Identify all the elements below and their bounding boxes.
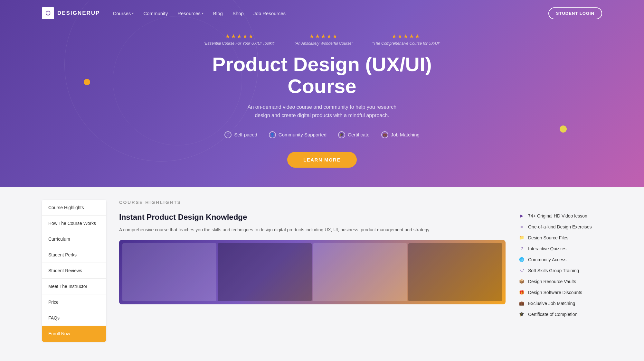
list-item: ≡ One-of-a-kind Design Exercises <box>518 224 602 230</box>
list-item: 💼 Exclusive Job Matching <box>518 300 602 307</box>
training-icon: 🛡 <box>518 267 525 274</box>
pill-certificate: 🎓 Certificate <box>338 131 370 138</box>
sidebar-item-instructor[interactable]: Meet The Instructor <box>42 279 106 294</box>
video-icon: ▶ <box>518 213 525 219</box>
sidebar-item-faqs[interactable]: FAQs <box>42 310 106 326</box>
review-2: ★★★★★ "An Absolutely Wonderful Course" <box>294 33 353 46</box>
stars-2: ★★★★★ <box>309 33 338 40</box>
sidebar-item-price[interactable]: Price <box>42 294 106 310</box>
learn-more-button[interactable]: LEARN MORE <box>287 152 357 168</box>
reviews-row: ★★★★★ "Essential Course For Your UX/UI T… <box>204 33 440 46</box>
nav-blog[interactable]: Blog <box>213 11 223 16</box>
feature-pills: ⏱ Self-paced 👤 Community Supported 🎓 Cer… <box>224 131 420 138</box>
review-3: ★★★★★ "The Comprehensive Course for UX/U… <box>372 33 440 46</box>
stars-3: ★★★★★ <box>392 33 421 40</box>
quiz-icon: ? <box>518 245 525 252</box>
list-item: 🎁 Design Software Discounts <box>518 289 602 296</box>
sidebar-item-perks[interactable]: Student Perks <box>42 247 106 263</box>
nav-links: Courses ▾ Community Resources ▾ Blog Sho… <box>113 11 548 16</box>
nav-resources[interactable]: Resources ▾ <box>177 11 204 16</box>
discounts-icon: 🎁 <box>518 289 525 296</box>
list-item: 📁 Design Source Files <box>518 235 602 241</box>
list-item: ? Interactive Quizzes <box>518 245 602 252</box>
list-item: 🛡 Soft Skills Group Training <box>518 267 602 274</box>
hero-section: ⬡ DESIGNERUP Courses ▾ Community Resourc… <box>0 0 644 187</box>
course-image <box>119 240 506 304</box>
img-col-4 <box>408 243 502 301</box>
pill-job-matching: 💼 Job Matching <box>381 131 420 138</box>
job-icon: 💼 <box>381 131 388 138</box>
hero-title: Product Design (UX/UI) Course <box>193 53 451 97</box>
community-icon: 👤 <box>269 131 276 138</box>
content-grid: Instant Product Design Knowledge A compr… <box>119 213 602 318</box>
list-item: ▶ 74+ Original HD Video lesson <box>518 213 602 219</box>
sidebar-item-curriculum[interactable]: Curriculum <box>42 231 106 247</box>
course-description: A comprehensive course that teaches you … <box>119 226 506 234</box>
review-1: ★★★★★ "Essential Course For Your UX/UI T… <box>204 33 275 46</box>
pill-self-paced: ⏱ Self-paced <box>224 131 257 138</box>
sidebar-nav: Course Highlights How The Course Works C… <box>42 200 106 342</box>
nav-community[interactable]: Community <box>143 11 168 16</box>
quote-2: "An Absolutely Wonderful Course" <box>294 41 353 46</box>
exercises-icon: ≡ <box>518 224 525 230</box>
img-col-3 <box>313 243 407 301</box>
feature-list: ▶ 74+ Original HD Video lesson ≡ One-of-… <box>518 213 602 318</box>
img-col-1 <box>122 243 216 301</box>
community-access-icon: 🌐 <box>518 256 525 263</box>
files-icon: 📁 <box>518 235 525 241</box>
pill-community: 👤 Community Supported <box>269 131 327 138</box>
sidebar-item-enroll[interactable]: Enroll Now <box>42 326 106 342</box>
stars-1: ★★★★★ <box>225 33 254 40</box>
chevron-down-icon-2: ▾ <box>202 12 204 15</box>
content-right: ▶ 74+ Original HD Video lesson ≡ One-of-… <box>518 213 602 318</box>
sidebar-item-reviews[interactable]: Student Reviews <box>42 263 106 279</box>
vault-icon: 📦 <box>518 278 525 285</box>
nav-shop[interactable]: Shop <box>232 11 244 16</box>
quote-1: "Essential Course For Your UX/UI Toolkit… <box>204 41 275 46</box>
quote-3: "The Comprehensive Course for UX/UI" <box>372 41 440 46</box>
list-item: 📦 Design Resource Vaults <box>518 278 602 285</box>
img-col-2 <box>218 243 312 301</box>
list-item: 🎓 Certificate of Completion <box>518 311 602 318</box>
content-left: Instant Product Design Knowledge A compr… <box>119 213 506 318</box>
nav-courses[interactable]: Courses ▾ <box>113 11 134 16</box>
course-image-inner <box>119 240 506 304</box>
logo[interactable]: ⬡ DESIGNERUP <box>42 7 100 19</box>
section-label: COURSE HIGHLIGHTS <box>119 200 602 205</box>
hero-subtitle: An on-demand video course and community … <box>245 103 399 119</box>
certificate-of-completion-icon: 🎓 <box>518 311 525 318</box>
logo-icon: ⬡ <box>42 7 54 19</box>
sidebar-item-how-it-works[interactable]: How The Course Works <box>42 216 106 231</box>
certificate-icon: 🎓 <box>338 131 345 138</box>
sidebar-item-highlights[interactable]: Course Highlights <box>42 200 106 216</box>
job-matching-icon: 💼 <box>518 300 525 307</box>
bottom-section: Course Highlights How The Course Works C… <box>0 187 644 361</box>
course-title: Instant Product Design Knowledge <box>119 213 506 222</box>
hero-content: ★★★★★ "Essential Course For Your UX/UI T… <box>0 26 644 187</box>
student-login-button[interactable]: STUDENT LOGIN <box>548 7 602 19</box>
clock-icon: ⏱ <box>224 131 232 138</box>
list-item: 🌐 Community Access <box>518 256 602 263</box>
main-content: COURSE HIGHLIGHTS Instant Product Design… <box>119 200 602 361</box>
chevron-down-icon: ▾ <box>132 12 134 15</box>
logo-text: DESIGNERUP <box>57 10 100 16</box>
nav-job-resources[interactable]: Job Resources <box>253 11 286 16</box>
main-nav: ⬡ DESIGNERUP Courses ▾ Community Resourc… <box>0 0 644 26</box>
